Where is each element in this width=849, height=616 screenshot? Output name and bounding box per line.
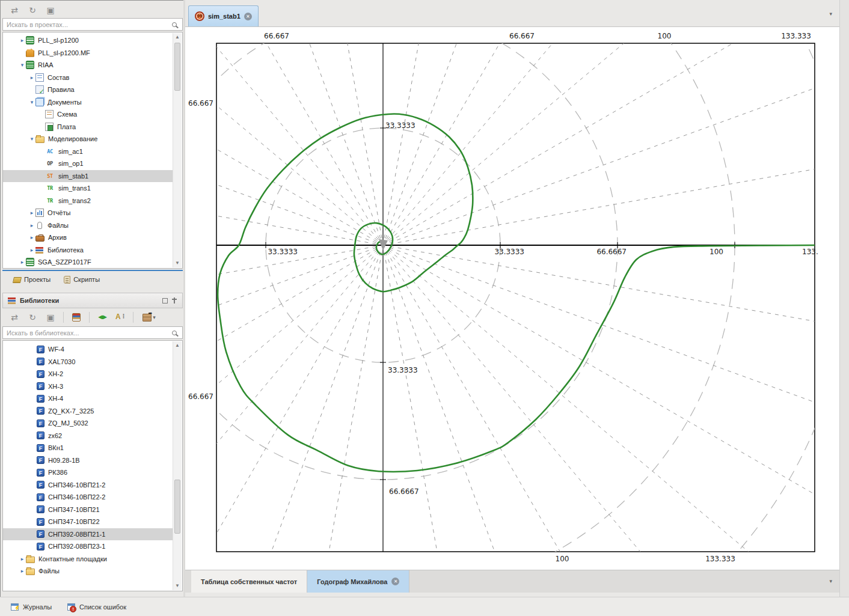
scroll-up-icon[interactable]: ▲	[173, 341, 182, 350]
library-item[interactable]: FСНП347-10ВП21	[3, 504, 182, 516]
tree-item[interactable]: ▸TRsim_trans1	[3, 182, 182, 195]
collapse-all-icon[interactable]: ▣	[43, 4, 58, 17]
scrollbar-thumb[interactable]	[174, 480, 180, 534]
library-item[interactable]: FСНП392-08ВП21-1	[3, 528, 182, 541]
expand-arrow-icon[interactable]: ▸	[19, 568, 26, 574]
collapse-all-icon[interactable]: ▣	[43, 311, 58, 324]
tree-item[interactable]: ▸Отчёты	[3, 207, 182, 219]
expand-arrow-icon[interactable]: ▸	[28, 210, 35, 216]
library-item[interactable]: ▸Файлы	[3, 565, 182, 578]
libraries-panel-header[interactable]: Библиотеки	[2, 293, 183, 308]
tree-item[interactable]: ▸SGA_SZZP1017F	[3, 256, 182, 269]
import-box-icon[interactable]: ▾	[139, 311, 159, 324]
library-item[interactable]: FXH-2	[3, 368, 182, 380]
close-icon[interactable]: ✕	[391, 578, 399, 585]
scroll-down-icon[interactable]: ▼	[173, 259, 182, 267]
sync-icon[interactable]: ⇄	[7, 4, 22, 17]
error-list-icon	[67, 603, 75, 611]
tree-item[interactable]: ▸Архив	[3, 231, 182, 244]
tree-item[interactable]: ▸Состав	[3, 72, 182, 84]
expand-arrow-icon[interactable]: ▸	[28, 75, 35, 81]
library-icon	[8, 296, 16, 305]
tab-list-dropdown-icon[interactable]: ▾	[829, 11, 832, 17]
tree-item-label: Документы	[48, 99, 82, 106]
library-item[interactable]: FСНП392-08ВП23-1	[3, 540, 182, 553]
tree-item-label: RIAA	[38, 61, 54, 69]
svg-text:66.667: 66.667	[188, 392, 213, 401]
tree-item[interactable]: ▸OPsim_op1	[3, 157, 182, 170]
library-item[interactable]: FXAL7030	[3, 356, 182, 368]
error-list-button[interactable]: Список ошибок	[67, 603, 126, 611]
tree-item[interactable]: ▸PLL_sl-p1200.MF	[3, 47, 182, 59]
expand-arrow-icon[interactable]: ▸	[19, 556, 26, 562]
library-item[interactable]: ▸Контактные площадки	[3, 553, 182, 566]
tree-item[interactable]: ▸Правила	[3, 84, 182, 96]
projects-search-input[interactable]	[3, 21, 172, 28]
close-icon[interactable]: ✕	[244, 13, 252, 20]
tab-scripts[interactable]: Скрипты	[58, 272, 106, 287]
scroll-down-icon[interactable]: ▼	[173, 582, 182, 590]
library-item[interactable]: FСНП346-10ВП21-2	[3, 479, 182, 492]
tab-eigenfrequency-table[interactable]: Таблица собственных частот	[191, 570, 307, 593]
tree-item[interactable]: ▸TRsim_trans2	[3, 195, 182, 207]
library-books-icon	[35, 246, 44, 254]
library-item[interactable]: FСНП346-10ВП22-2	[3, 491, 182, 504]
footprint-icon: F	[37, 444, 44, 452]
search-icon[interactable]	[172, 22, 177, 27]
library-item[interactable]: FРК386	[3, 466, 182, 479]
refresh-icon[interactable]: ↻	[25, 311, 40, 324]
library-item[interactable]: FWF-4	[3, 343, 182, 356]
tree-item[interactable]: ▾Моделирование	[3, 133, 182, 145]
library-item[interactable]: FZQ_MJ_5032	[3, 417, 182, 430]
libraries-search-input[interactable]	[3, 329, 172, 337]
document-tab-sim-stab1[interactable]: 99 sim_stab1 ✕	[188, 5, 259, 26]
collapse-arrow-icon[interactable]: ▾	[28, 136, 35, 142]
expand-arrow-icon[interactable]: ▸	[19, 259, 26, 265]
right-scroll-strip[interactable]	[839, 0, 849, 597]
app-window: { "projects_panel": { "toolbar": [ {"nam…	[0, 0, 849, 616]
svg-text:133.333: 133.333	[705, 555, 735, 563]
projects-tree-scrollbar[interactable]: ▲ ▼	[173, 33, 182, 267]
add-library-icon[interactable]	[69, 311, 84, 324]
tree-item[interactable]: ▸Плата	[3, 121, 182, 133]
expand-arrow-icon[interactable]: ▸	[28, 247, 35, 253]
library-item[interactable]: FH09.28-1В	[3, 454, 182, 467]
tab-list-dropdown-icon[interactable]: ▾	[829, 578, 832, 584]
tree-item[interactable]: ▾RIAA	[3, 59, 182, 72]
collapse-arrow-icon[interactable]: ▾	[28, 99, 35, 105]
tree-item[interactable]: ▸ACsim_ac1	[3, 145, 182, 158]
scrollbar-thumb[interactable]	[174, 43, 180, 91]
search-icon[interactable]	[172, 331, 177, 335]
expand-arrow-icon[interactable]: ▸	[19, 37, 26, 43]
component-icon[interactable]: ◀▮▶	[95, 311, 109, 324]
tree-item[interactable]: ▸STsim_stab1	[3, 170, 182, 183]
journals-button[interactable]: Журналы	[11, 603, 52, 611]
scroll-up-icon[interactable]: ▲	[173, 33, 182, 41]
library-item[interactable]: FСНП347-10ВП22	[3, 516, 182, 528]
sort-alpha-icon[interactable]: A	[113, 311, 127, 324]
library-item[interactable]: Fzx62	[3, 430, 182, 442]
paperclip-icon	[37, 222, 42, 229]
library-item[interactable]: FXH-3	[3, 380, 182, 393]
expand-arrow-icon[interactable]: ▸	[28, 222, 35, 228]
tree-item[interactable]: ▾Документы	[3, 96, 182, 109]
tree-item[interactable]: ▸Файлы	[3, 219, 182, 232]
sync-icon[interactable]: ⇄	[7, 311, 22, 324]
status-bar: Журналы Список ошибок	[0, 597, 849, 616]
tree-item[interactable]: ▸PLL_sl-p1200	[3, 34, 182, 47]
library-item[interactable]: FВКн1	[3, 442, 182, 454]
mikhailov-hodograph-plot[interactable]: 66.66766.667100133.33366.66766.66733.333…	[185, 27, 839, 570]
refresh-icon[interactable]: ↻	[25, 4, 40, 17]
libraries-list-scrollbar[interactable]: ▲ ▼	[173, 341, 182, 590]
tab-projects[interactable]: Проекты	[7, 272, 57, 287]
tree-item[interactable]: ▸Библиотека	[3, 244, 182, 257]
tree-item-label: Библиотека	[48, 246, 84, 254]
expand-arrow-icon[interactable]: ▸	[28, 234, 35, 240]
maximize-icon[interactable]	[162, 298, 168, 303]
collapse-arrow-icon[interactable]: ▾	[19, 62, 26, 68]
pin-icon[interactable]	[171, 297, 177, 304]
tab-mikhailov-hodograph[interactable]: Годограф Михайлова ✕	[307, 570, 409, 593]
tree-item[interactable]: ▸Схема	[3, 108, 182, 121]
library-item[interactable]: FZQ_KX-7_3225	[3, 405, 182, 418]
library-item[interactable]: FXH-4	[3, 392, 182, 405]
